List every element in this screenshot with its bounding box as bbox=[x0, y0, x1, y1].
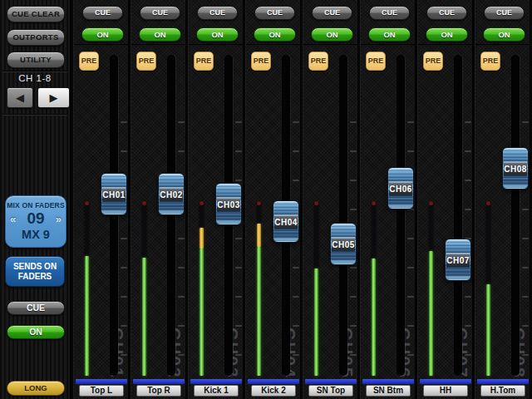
meter-peak-dot bbox=[372, 201, 376, 205]
sidebar-divider bbox=[2, 114, 67, 116]
channel-cue-button[interactable]: CUE bbox=[254, 6, 295, 20]
fader-cap[interactable]: CH02 bbox=[158, 173, 185, 215]
pre-indicator: PRE bbox=[136, 52, 156, 71]
fader-scale-tick bbox=[350, 150, 357, 152]
sidebar-divider bbox=[2, 71, 67, 72]
meter-level-green bbox=[486, 284, 490, 376]
fader-track[interactable] bbox=[397, 55, 405, 376]
channel-on-button[interactable]: ON bbox=[311, 27, 353, 42]
fader-scale-tick bbox=[178, 238, 185, 239]
channel-cue-button[interactable]: CUE bbox=[426, 6, 467, 20]
channel-on-button[interactable]: ON bbox=[81, 27, 124, 42]
channel-cue-button[interactable]: CUE bbox=[312, 6, 352, 20]
sends-on-faders-button[interactable]: SENDS ON FADERS bbox=[5, 256, 65, 287]
fader-track[interactable] bbox=[167, 55, 175, 376]
fader-scale-tick bbox=[235, 267, 242, 268]
cue-clear-button[interactable]: CUE CLEAR bbox=[7, 6, 65, 22]
fader-scale-tick bbox=[465, 296, 471, 298]
channel-strip: CUE ON PRE CH04 CH04 Kick 2 bbox=[245, 0, 301, 399]
fader-track[interactable] bbox=[339, 55, 347, 376]
mix-next-chevron-icon[interactable]: » bbox=[56, 213, 62, 225]
fader-cap-label: CH07 bbox=[446, 253, 470, 267]
fader-scale-tick bbox=[465, 180, 471, 181]
meter-peak-dot bbox=[429, 201, 433, 205]
pre-indicator: PRE bbox=[251, 52, 271, 71]
meter-level-green bbox=[200, 249, 204, 376]
pre-indicator: PRE bbox=[423, 52, 443, 71]
channel-color-bar bbox=[362, 379, 414, 384]
fader-track[interactable] bbox=[511, 55, 520, 376]
fader-scale-tick bbox=[350, 267, 357, 268]
fader-scale-tick bbox=[178, 150, 185, 152]
fader-scale-tick bbox=[235, 150, 242, 152]
sidebar-on-button[interactable]: ON bbox=[7, 325, 65, 339]
channel-on-button[interactable]: ON bbox=[139, 27, 181, 42]
fader-scale-tick bbox=[293, 180, 299, 181]
fader-scale-tick bbox=[522, 238, 529, 239]
channel-on-button[interactable]: ON bbox=[426, 27, 468, 42]
fader-scale-tick bbox=[522, 121, 529, 123]
fader-scale-tick bbox=[178, 325, 185, 327]
fader-scale-tick bbox=[407, 150, 414, 152]
channel-on-button[interactable]: ON bbox=[196, 27, 239, 42]
channel-on-button[interactable]: ON bbox=[483, 27, 525, 42]
fader-scale-tick bbox=[522, 267, 529, 268]
bank-next-button[interactable]: ▶ bbox=[37, 87, 70, 108]
fader-scale-tick bbox=[178, 354, 185, 356]
fader-cap[interactable]: CH07 bbox=[445, 239, 471, 281]
fader-scale-tick bbox=[407, 121, 414, 123]
fader-cap[interactable]: CH03 bbox=[215, 183, 242, 225]
mix-prev-chevron-icon[interactable]: « bbox=[10, 213, 16, 225]
channel-strip: CUE ON PRE CH05 CH05 SN Top bbox=[303, 0, 358, 399]
fader-cap[interactable]: CH06 bbox=[387, 167, 414, 209]
meter-peak-dot bbox=[200, 201, 204, 205]
channel-cue-button[interactable]: CUE bbox=[369, 6, 410, 20]
channel-color-bar bbox=[420, 379, 471, 384]
strip-divider bbox=[131, 44, 185, 46]
fader-scale-tick bbox=[235, 121, 242, 123]
meter-peak-dot bbox=[314, 201, 318, 205]
fader-scale-tick bbox=[407, 238, 414, 239]
meter-peak-dot bbox=[257, 201, 261, 205]
pre-indicator: PRE bbox=[366, 52, 386, 71]
fader-scale-tick bbox=[293, 121, 299, 123]
channel-cue-button[interactable]: CUE bbox=[82, 6, 123, 20]
fader-cap-label: CH06 bbox=[389, 181, 412, 195]
channel-cue-button[interactable]: CUE bbox=[140, 6, 180, 20]
mix-number: 09 bbox=[27, 209, 44, 228]
fader-scale-tick bbox=[121, 354, 127, 356]
fader-scale-tick bbox=[522, 325, 529, 327]
fader-cap[interactable]: CH04 bbox=[273, 200, 299, 243]
meter-level-green bbox=[142, 258, 146, 376]
meter-peak-dot bbox=[142, 201, 146, 205]
fader-scale-tick bbox=[235, 238, 242, 239]
fader-scale-tick bbox=[407, 354, 414, 356]
fader-cap[interactable]: CH01 bbox=[101, 173, 127, 215]
channel-name-label: H.Tom bbox=[480, 385, 525, 397]
channel-name-label: Kick 1 bbox=[194, 385, 239, 397]
pre-indicator: PRE bbox=[194, 52, 214, 71]
fader-scale-tick bbox=[350, 296, 357, 298]
fader-scale-tick bbox=[121, 267, 127, 268]
utility-button[interactable]: UTILITY bbox=[7, 52, 65, 68]
channel-cue-button[interactable]: CUE bbox=[197, 6, 238, 20]
mix-on-faders-panel[interactable]: MIX ON FADERS « 09 » MX 9 bbox=[5, 195, 66, 248]
pre-indicator: PRE bbox=[480, 52, 500, 71]
channel-on-button[interactable]: ON bbox=[368, 27, 411, 42]
meter-level-green bbox=[429, 251, 433, 376]
bank-prev-button[interactable]: ◀ bbox=[7, 87, 33, 108]
fader-track[interactable] bbox=[110, 55, 118, 376]
channel-on-button[interactable]: ON bbox=[254, 27, 296, 42]
sidebar-cue-button[interactable]: CUE bbox=[7, 301, 65, 315]
outports-button[interactable]: OUTPORTS bbox=[7, 29, 65, 46]
fader-scale-tick bbox=[522, 209, 529, 210]
fader-track[interactable] bbox=[454, 55, 462, 376]
channel-strips: CUE ON PRE CH01 CH01 Top L CUE ON PRE CH… bbox=[71, 0, 532, 399]
fader-scale-tick bbox=[293, 267, 299, 268]
channel-name-label: HH bbox=[423, 385, 468, 397]
fader-cap[interactable]: CH05 bbox=[330, 223, 357, 265]
long-faders-button[interactable]: LONG FADERS bbox=[7, 381, 65, 396]
fader-scale-tick bbox=[293, 354, 299, 356]
fader-cap[interactable]: CH08 bbox=[502, 147, 529, 190]
channel-cue-button[interactable]: CUE bbox=[484, 6, 525, 20]
